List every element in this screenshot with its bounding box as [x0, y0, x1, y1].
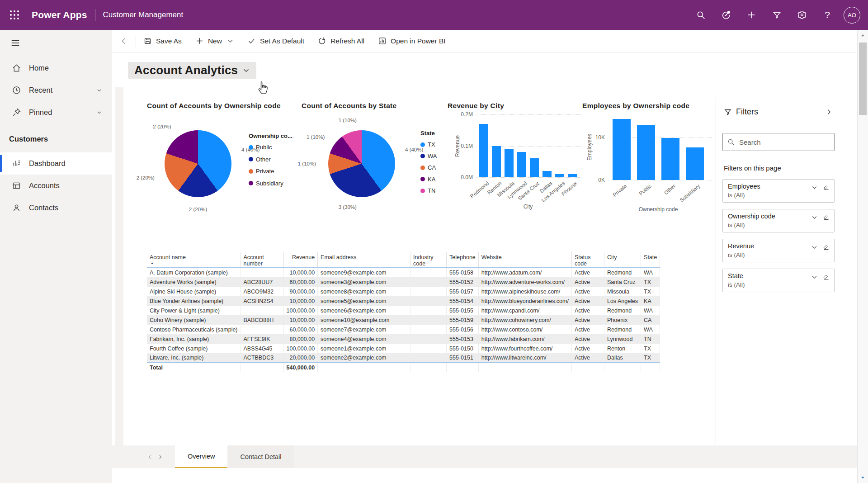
dashboard-selector[interactable]: Account Analytics [128, 62, 256, 79]
eraser-icon[interactable] [823, 184, 830, 191]
eraser-icon[interactable] [823, 244, 830, 251]
legend-item-ca[interactable]: CA [420, 164, 436, 171]
chevron-down-icon[interactable] [96, 109, 102, 115]
tab-contact-detail[interactable]: Contact Detail [227, 445, 294, 468]
eraser-icon[interactable] [823, 214, 830, 221]
bar-santa-cruz[interactable] [530, 158, 539, 177]
filter-card-employees[interactable]: Employeesis (All) [722, 179, 835, 203]
legend-item-wa[interactable]: WA [420, 153, 437, 160]
table-cell: Active [571, 296, 604, 306]
table-row[interactable]: Litware, Inc. (sample)ACTBBDC320,000.00s… [147, 353, 660, 363]
bar-phoenix[interactable] [568, 174, 577, 177]
tab-scroll-left-icon[interactable] [147, 454, 153, 460]
legend-item-public[interactable]: Public [249, 144, 272, 151]
column-header-website[interactable]: Website [478, 252, 571, 268]
table-row[interactable]: City Power & Light (sample)100,000.00som… [147, 306, 660, 315]
new-button[interactable]: New [195, 37, 234, 45]
sidebar-item-recent[interactable]: Recent [0, 79, 112, 101]
chevron-down-icon[interactable] [811, 244, 818, 251]
column-header-account-number[interactable]: Account number [241, 252, 283, 268]
tab-overview[interactable]: Overview [175, 445, 227, 468]
table-row[interactable]: Contoso Pharmaceuticals (sample)60,000.0… [147, 325, 660, 334]
column-header-city[interactable]: City [604, 252, 641, 268]
bar-subsidiary[interactable] [686, 147, 704, 180]
page-title: Account Analytics [134, 63, 238, 77]
tab-scroll-right-icon[interactable] [157, 454, 163, 460]
sidebar-item-pinned[interactable]: Pinned [0, 101, 112, 123]
table-row[interactable]: A. Datum Corporation (sample)10,000.00so… [147, 268, 660, 277]
table-row[interactable]: Fabrikam, Inc. (sample)AFFSE9IK80,000.00… [147, 334, 660, 344]
chevron-down-icon[interactable] [811, 274, 818, 280]
settings-gear-icon[interactable] [789, 0, 815, 30]
bar-lynnwood[interactable] [517, 152, 526, 177]
column-header-revenue[interactable]: Revenue [283, 252, 318, 268]
pie-data-label: 1 (10%) [307, 134, 325, 140]
column-header-account-name[interactable]: Account name▲ [147, 252, 241, 268]
scrollbar-thumb[interactable] [859, 43, 867, 115]
table-row[interactable]: Alpine Ski House (sample)ABCO9M3290,000.… [147, 287, 660, 296]
waffle-menu-icon[interactable] [0, 0, 29, 30]
back-button[interactable] [112, 30, 136, 52]
sidebar-item-accounts[interactable]: Accounts [0, 175, 112, 197]
table-row[interactable]: Blue Yonder Airlines (sample)ACSHN2S410,… [147, 296, 660, 306]
legend-item-ka[interactable]: KA [420, 176, 435, 183]
column-header-telephone[interactable]: Telephone [447, 252, 479, 268]
app-brand[interactable]: Power Apps [32, 9, 87, 20]
help-icon[interactable]: ? [815, 0, 840, 30]
chevron-down-icon[interactable] [811, 184, 818, 191]
table-cell: ABC28UU7 [241, 277, 283, 287]
table-row[interactable]: Adventure Works (sample)ABC28UU760,000.0… [147, 277, 660, 287]
app-title[interactable]: Customer Management [103, 10, 184, 19]
filter-card-state[interactable]: Stateis (All) [722, 269, 835, 292]
mouse-cursor [257, 81, 269, 95]
bar-redmond[interactable] [479, 124, 488, 177]
chevron-down-icon[interactable] [96, 87, 102, 93]
bar-other[interactable] [661, 138, 679, 180]
hamburger-menu-icon[interactable] [6, 35, 24, 51]
legend-item-subsidiary[interactable]: Subsidiary [249, 180, 283, 187]
bar-los-angeles[interactable] [555, 174, 564, 177]
filter-card-ownership-code[interactable]: Ownership codeis (All) [722, 209, 835, 232]
open-in-power-bi-button[interactable]: Open in Power BI [378, 37, 445, 45]
column-header-email-address[interactable]: Email address [318, 252, 410, 268]
table-row[interactable]: Fourth Coffee (sample)ABSS4G45100,000.00… [147, 344, 660, 353]
filter-card-revenue[interactable]: Revenueis (All) [722, 239, 835, 262]
legend-item-private[interactable]: Private [249, 168, 274, 175]
refresh-all-button[interactable]: Refresh All [318, 37, 364, 45]
pie[interactable] [165, 130, 231, 197]
eraser-icon[interactable] [823, 274, 830, 280]
table-cell: 555-0158 [447, 268, 479, 277]
column-header-status-code[interactable]: Status code [571, 252, 604, 268]
bar-public[interactable] [637, 125, 655, 180]
legend-item-other[interactable]: Other [249, 156, 271, 163]
legend-item-tx[interactable]: TX [420, 141, 435, 148]
sidebar-item-contacts[interactable]: Contacts [0, 197, 112, 219]
bar-dallas[interactable] [542, 171, 552, 177]
collapse-panel-chevron-icon[interactable] [825, 108, 833, 116]
sidebar-item-label: Accounts [29, 181, 60, 190]
column-header-state[interactable]: State [641, 252, 660, 268]
sidebar-item-dashboard[interactable]: Dashboard [0, 152, 112, 175]
set-as-default-button[interactable]: Set As Default [247, 37, 304, 45]
filter-icon[interactable] [764, 0, 789, 30]
table-cell: TX [641, 344, 660, 353]
filter-search-input[interactable] [739, 138, 830, 146]
scroll-up-arrow-icon[interactable] [860, 33, 866, 38]
pie[interactable] [328, 130, 395, 197]
avatar[interactable]: AO [844, 7, 860, 24]
bar-renton[interactable] [492, 146, 501, 178]
chevron-down-icon[interactable] [227, 38, 234, 44]
scroll-down-arrow-icon[interactable] [860, 474, 866, 480]
sidebar-item-home[interactable]: Home [0, 57, 112, 79]
bar-private[interactable] [613, 119, 631, 180]
search-icon[interactable] [688, 0, 713, 30]
column-header-industry-code[interactable]: Industry code [410, 252, 447, 268]
bar-missoula[interactable] [505, 149, 514, 177]
table-cell: someone7@example.com [318, 325, 410, 334]
insights-compass-icon[interactable] [713, 0, 739, 30]
table-row[interactable]: Coho Winery (sample)BABCO88H10,000.00som… [147, 315, 660, 325]
chevron-down-icon[interactable] [811, 214, 818, 221]
add-icon[interactable] [739, 0, 764, 30]
legend-item-tn[interactable]: TN [420, 187, 435, 194]
save-as-button[interactable]: Save As [143, 37, 182, 45]
